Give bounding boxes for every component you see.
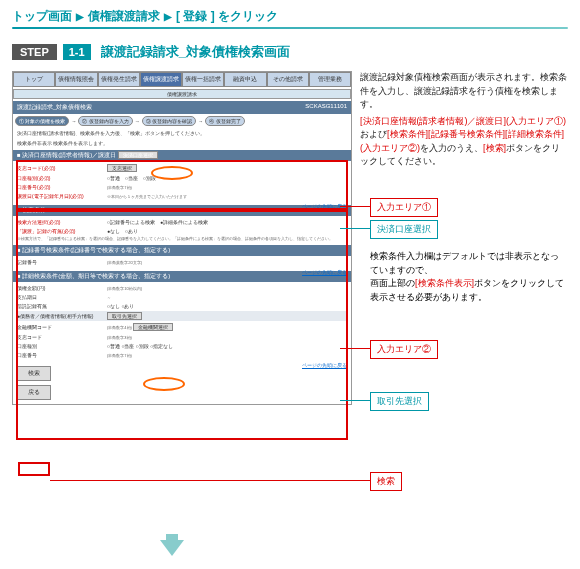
search-method-note: ※検索方法で、「記録番号による検索」を選択の場合、記録番号を入力してください。「… <box>17 236 347 241</box>
search-method-radios[interactable]: ○記録番号による検索 ●詳細条件による検索 <box>107 219 347 225</box>
tab-issue[interactable]: 債権発生請求 <box>98 72 140 87</box>
account-type-2-label: 口座種別 <box>17 343 107 349</box>
counterpart-group-label: ●債務者／債権者情報(相手方情報) <box>17 313 107 319</box>
branch-code-2-label: 支店コード <box>17 334 107 340</box>
search-button[interactable]: 検索 <box>17 366 51 381</box>
step-label: STEP <box>12 44 57 60</box>
step-bar: STEP 1-1 譲渡記録請求_対象債権検索画面 <box>0 43 580 71</box>
trust-record-label: 信託記録有無 <box>17 303 107 309</box>
panel-title: 譲渡記録請求_対象債権検索 <box>17 103 92 112</box>
bank-select-button[interactable]: 金融機関選択 <box>133 323 173 331</box>
transfer-record-label: 「譲渡」記録の有無(必須) <box>17 228 107 234</box>
tab-other[interactable]: その他請求 <box>267 72 309 87</box>
tab-loan[interactable]: 融資申込 <box>224 72 266 87</box>
chevron-right-icon: ▶ <box>76 11 84 22</box>
branch-code-label: 支店コード(必須) <box>17 165 107 171</box>
trust-record-radios[interactable]: ○なし ○あり <box>107 303 347 309</box>
chevron-right-icon: ▶ <box>164 11 172 22</box>
callout-input-area-2: 入力エリア② <box>370 340 438 359</box>
wizard-step-1: ① 対象の債権を検索 <box>15 116 69 126</box>
tab-inquiry[interactable]: 債権情報照会 <box>55 72 97 87</box>
hide-search-note: 検索条件非表示 検索条件を表示します。 <box>13 138 351 148</box>
wizard-step-3: ③ 仮登録内容を確認 <box>142 116 196 126</box>
tab-admin[interactable]: 管理業務 <box>309 72 351 87</box>
description-panel: 譲渡記録対象債権検索画面が表示されます。検索条件を入力し、譲渡記録請求を行う債権… <box>360 71 568 172</box>
breadcrumb-b: 債権譲渡請求 <box>88 8 160 25</box>
account-no-2-label: 口座番号 <box>17 352 107 358</box>
divider <box>12 27 568 29</box>
breadcrumb-c: [ 登録 ] をクリック <box>176 8 278 25</box>
tab-bulk[interactable]: 債権一括請求 <box>182 72 224 87</box>
section-detail-header: ■ 詳細検索条件(金額、期日等で検索する場合、指定する) <box>13 271 351 282</box>
account-type-2-radios[interactable]: ○普通 ○当座 ○別段 ○指定なし <box>107 343 347 349</box>
account-type-radios[interactable]: ○普通 ○当座 ○別段 <box>107 175 347 181</box>
back-button[interactable]: 戻る <box>17 385 51 400</box>
account-number-label: 口座番号(必須) <box>17 184 107 190</box>
page-top-link-3[interactable]: ページの先頭に戻る <box>302 362 347 368</box>
tab-transfer[interactable]: 債権譲渡請求 <box>140 72 182 87</box>
payment-date-label: 支払期日 <box>17 294 107 300</box>
callout-search: 検索 <box>370 472 402 491</box>
amount-label: 債権金額(円) <box>17 285 107 291</box>
tab-top[interactable]: トップ <box>13 72 55 87</box>
wizard-step-2: ② 仮登録内容を入力 <box>78 116 132 126</box>
callout-counterpart-select: 取引先選択 <box>370 392 429 411</box>
page-top-link-2[interactable]: ページの先頭に戻る <box>302 269 347 275</box>
step-title: 譲渡記録請求_対象債権検索画面 <box>101 43 290 61</box>
wizard: ① 対象の債権を検索→ ② 仮登録内容を入力→ ③ 仮登録内容を確認→ ④ 仮登… <box>13 114 351 128</box>
select-account-button[interactable]: 決済口座選択 <box>118 151 158 159</box>
section-account-header: ■ 決済口座情報(請求者情報)／譲渡日 決済口座選択 <box>13 150 351 161</box>
desc-p2: [決済口座情報(請求者情報)／譲渡日](入力エリア①)および[検索条件][記録番… <box>360 115 568 169</box>
bank-code-label: 金融機関コード <box>17 324 107 330</box>
highlight-search-btn <box>18 462 50 476</box>
record-no-label: 記録番号 <box>17 259 107 265</box>
section-search-header: ■ 検索条件 <box>13 205 351 216</box>
desc-p1: 譲渡記録対象債権検索画面が表示されます。検索条件を入力し、譲渡記録請求を行う債権… <box>360 71 568 112</box>
instruction-text: 決済口座情報(請求者情報)、検索条件を入力後、「検索」ボタンを押してください。 <box>13 128 351 138</box>
desc-p3a: 検索条件入力欄はデフォルトでは非表示となっていますので、 <box>370 250 565 277</box>
counterpart-select-button[interactable]: 取引先選択 <box>107 312 142 320</box>
callout-input-area-1: 入力エリア① <box>370 198 438 217</box>
panel-code: SCKASG11101 <box>305 103 347 112</box>
account-type-label: 口座種別(必須) <box>17 175 107 181</box>
breadcrumb: トップ画面 ▶ 債権譲渡請求 ▶ [ 登録 ] をクリック <box>0 0 580 27</box>
callout-account-select: 決済口座選択 <box>370 220 438 239</box>
transfer-date-label: 譲渡日(電子記録年月日)(必須) <box>17 193 107 199</box>
main-tabs: トップ 債権情報照会 債権発生請求 債権譲渡請求 債権一括請求 融資申込 その他… <box>13 72 351 87</box>
subtab-transfer[interactable]: 債権譲渡請求 <box>13 89 351 99</box>
app-screenshot: トップ 債権情報照会 債権発生請求 債権譲渡請求 債権一括請求 融資申込 その他… <box>12 71 352 405</box>
panel-header: 譲渡記録請求_対象債権検索 SCKASG11101 <box>13 101 351 114</box>
wizard-step-4: ④ 仮登録完了 <box>205 116 244 126</box>
breadcrumb-a: トップ画面 <box>12 8 72 25</box>
search-method-label: 検索方法選択(必須) <box>17 219 107 225</box>
desc-p3b: 画面上部の[検索条件表示]ボタンをクリックして表示させる必要があります。 <box>370 277 565 304</box>
branch-select-button[interactable]: 支店選択 <box>107 164 137 172</box>
down-arrow-icon <box>160 540 184 556</box>
step-number: 1-1 <box>63 44 91 60</box>
section-record-no-header: ■ 記録番号検索条件(記録番号で検索する場合、指定する) <box>13 245 351 256</box>
transfer-record-radios[interactable]: ●なし ○あり <box>107 228 347 234</box>
